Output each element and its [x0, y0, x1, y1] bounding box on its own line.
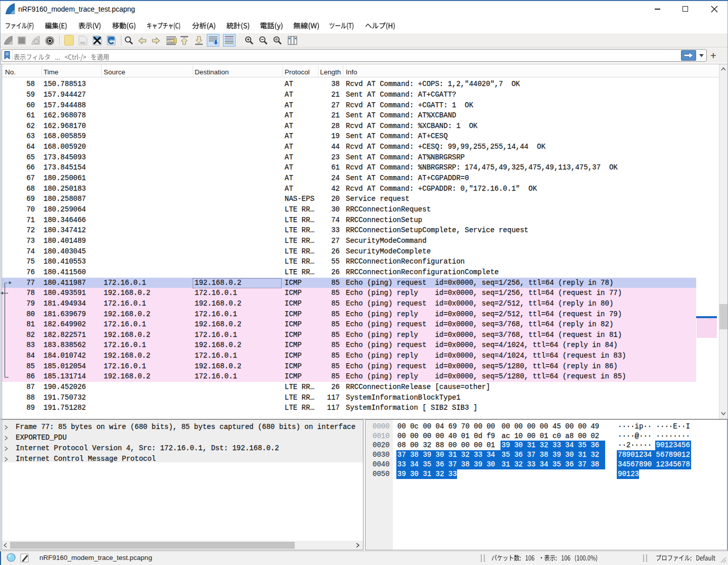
- svg-text:010: 010: [80, 42, 85, 45]
